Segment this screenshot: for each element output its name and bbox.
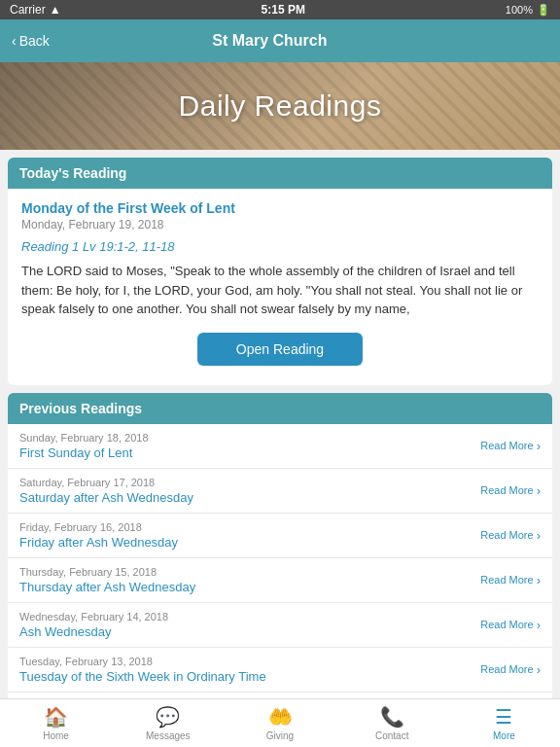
read-more-button[interactable]: Read More › [480, 483, 541, 498]
more-icon: ☰ [495, 705, 512, 729]
home-icon: 🏠 [44, 705, 68, 729]
back-button[interactable]: ‹ Back [12, 33, 50, 49]
read-more-button[interactable]: Read More › [480, 618, 541, 632]
list-item[interactable]: Wednesday, February 14, 2018 Ash Wednesd… [8, 603, 552, 648]
read-more-label: Read More [480, 484, 533, 496]
chevron-right-icon: › [537, 483, 541, 498]
list-item-date: Sunday, February 18, 2018 [19, 432, 149, 444]
list-item-content: Wednesday, February 14, 2018 Ash Wednesd… [19, 611, 168, 639]
list-item-date: Tuesday, February 13, 2018 [19, 656, 266, 667]
list-item-title: Friday after Ash Wednesday [19, 535, 178, 550]
back-chevron-icon: ‹ [12, 33, 17, 49]
tab-more[interactable]: ☰ More [448, 699, 560, 747]
todays-reading-body: Monday of the First Week of Lent Monday,… [8, 189, 552, 385]
list-item-content: Saturday, February 17, 2018 Saturday aft… [19, 477, 193, 505]
read-more-label: Read More [480, 529, 533, 541]
status-time: 5:15 PM [262, 3, 305, 17]
list-item[interactable]: Thursday, February 15, 2018 Thursday aft… [8, 558, 552, 603]
nav-bar: ‹ Back St Mary Church [0, 19, 560, 62]
list-item-date: Friday, February 16, 2018 [19, 521, 178, 533]
tab-contact[interactable]: 📞 Contact [336, 699, 448, 747]
home-label: Home [43, 730, 69, 741]
list-item-title: Ash Wednesday [19, 624, 168, 639]
todays-reading-card: Today's Reading Monday of the First Week… [8, 158, 552, 385]
status-battery: 100% 🔋 [506, 4, 550, 17]
list-item[interactable]: Sunday, February 18, 2018 First Sunday o… [8, 424, 552, 469]
read-more-label: Read More [480, 440, 533, 451]
chevron-right-icon: › [537, 573, 541, 587]
messages-label: Messages [146, 730, 191, 741]
tab-messages[interactable]: 💬 Messages [112, 699, 224, 747]
battery-label: 100% [506, 4, 533, 16]
read-more-button[interactable]: Read More › [480, 662, 541, 677]
nav-title: St Mary Church [212, 32, 327, 50]
list-item-content: Friday, February 16, 2018 Friday after A… [19, 521, 178, 550]
list-item[interactable]: Tuesday, February 13, 2018 Tuesday of th… [8, 648, 552, 693]
back-label: Back [19, 33, 50, 49]
list-item[interactable]: Saturday, February 17, 2018 Saturday aft… [8, 469, 552, 514]
tab-bar: 🏠 Home 💬 Messages 🤲 Giving 📞 Contact ☰ M… [0, 698, 560, 747]
read-more-button[interactable]: Read More › [480, 528, 541, 543]
status-carrier: Carrier ▲ [10, 3, 61, 17]
reading-reference: Reading 1 Lv 19:1-2, 11-18 [21, 239, 539, 254]
main-content: Today's Reading Monday of the First Week… [0, 150, 560, 698]
more-label: More [493, 730, 515, 741]
contact-icon: 📞 [380, 705, 404, 729]
list-item-title: Tuesday of the Sixth Week in Ordinary Ti… [19, 669, 266, 684]
reading-title: Monday of the First Week of Lent [21, 200, 539, 216]
list-item[interactable]: Friday, February 16, 2018 Friday after A… [8, 514, 552, 558]
list-item-date: Saturday, February 17, 2018 [19, 477, 193, 488]
list-item-title: First Sunday of Lent [19, 445, 149, 460]
list-item-content: Thursday, February 15, 2018 Thursday aft… [19, 566, 195, 594]
previous-readings-header: Previous Readings [8, 393, 552, 424]
chevron-right-icon: › [537, 528, 541, 543]
chevron-right-icon: › [537, 662, 541, 677]
read-more-button[interactable]: Read More › [480, 573, 541, 587]
hero-title: Daily Readings [179, 89, 382, 123]
messages-icon: 💬 [156, 705, 180, 729]
status-bar: Carrier ▲ 5:15 PM 100% 🔋 [0, 0, 560, 19]
giving-icon: 🤲 [268, 705, 293, 729]
todays-reading-header: Today's Reading [8, 158, 552, 189]
list-item-date: Thursday, February 15, 2018 [19, 566, 195, 578]
read-more-button[interactable]: Read More › [480, 439, 541, 453]
reading-date: Monday, February 19, 2018 [21, 218, 539, 231]
contact-label: Contact [375, 730, 408, 741]
list-item-content: Tuesday, February 13, 2018 Tuesday of th… [19, 656, 266, 684]
hero-banner: Daily Readings [0, 62, 560, 150]
chevron-right-icon: › [537, 618, 541, 632]
list-item-content: Sunday, February 18, 2018 First Sunday o… [19, 432, 149, 460]
read-more-label: Read More [480, 574, 533, 586]
list-item-title: Saturday after Ash Wednesday [19, 490, 193, 505]
wifi-icon: ▲ [50, 3, 61, 17]
giving-label: Giving [266, 730, 294, 741]
read-more-label: Read More [480, 663, 533, 675]
battery-icon: 🔋 [537, 4, 550, 17]
reading-text: The LORD said to Moses, "Speak to the wh… [21, 262, 539, 319]
list-item-date: Wednesday, February 14, 2018 [19, 611, 168, 622]
list-item-title: Thursday after Ash Wednesday [19, 580, 195, 594]
tab-home[interactable]: 🏠 Home [0, 699, 112, 747]
read-more-label: Read More [480, 619, 533, 630]
chevron-right-icon: › [537, 439, 541, 453]
previous-readings-list: Sunday, February 18, 2018 First Sunday o… [8, 424, 552, 699]
tab-giving[interactable]: 🤲 Giving [224, 699, 335, 747]
carrier-label: Carrier [10, 3, 46, 17]
open-reading-button[interactable]: Open Reading [197, 333, 363, 366]
